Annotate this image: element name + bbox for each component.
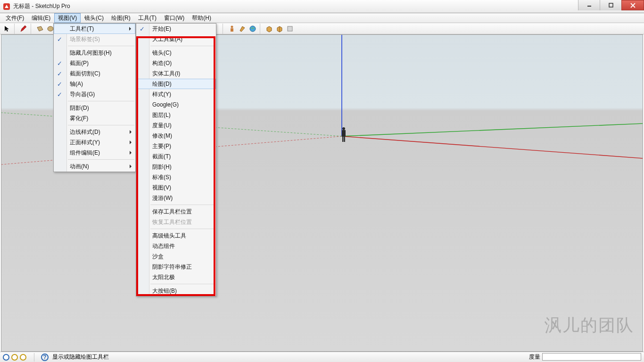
pencil-tool-icon[interactable] bbox=[18, 24, 29, 34]
menu-tools[interactable]: 工具(T) bbox=[134, 13, 160, 23]
toolbars-menu-item[interactable]: 视图(V) bbox=[136, 182, 216, 193]
status-text: 显示或隐藏绘图工具栏 bbox=[52, 353, 109, 361]
dropdown-item-label: 阴影(H) bbox=[152, 163, 172, 171]
view-menu-item[interactable]: 边线样式(D) bbox=[54, 127, 135, 137]
submenu-arrow-icon bbox=[130, 140, 132, 144]
menu-window[interactable]: 窗口(W) bbox=[160, 13, 188, 23]
svg-rect-12 bbox=[342, 137, 344, 142]
toolbar-separator bbox=[14, 24, 17, 34]
status-circle-icon[interactable] bbox=[20, 354, 26, 361]
view-menu-item[interactable]: 隐藏几何图形(H) bbox=[54, 48, 135, 58]
title-bar: 无标题 - SketchUp Pro bbox=[0, 0, 644, 13]
dropdown-item-label: 动画(N) bbox=[70, 163, 89, 171]
toolbar-separator bbox=[223, 24, 225, 34]
svg-rect-11 bbox=[342, 130, 346, 137]
menu-label: 镜头(C) bbox=[84, 14, 104, 22]
view-menu-item[interactable]: 正面样式(Y) bbox=[54, 137, 135, 148]
box1-tool-icon[interactable] bbox=[264, 24, 274, 34]
rectangle-tool-icon[interactable] bbox=[35, 24, 45, 34]
view-menu-item[interactable]: 组件编辑(E) bbox=[54, 148, 135, 158]
svg-rect-13 bbox=[344, 137, 346, 142]
toolbars-menu-item[interactable]: 太阳北极 bbox=[136, 272, 216, 282]
menu-edit[interactable]: 编辑(E) bbox=[28, 13, 54, 23]
dropdown-item-label: 雾化(F) bbox=[70, 115, 88, 123]
menu-label: 视图(V) bbox=[58, 14, 77, 22]
axis-green bbox=[342, 123, 643, 136]
dropdown-item-label: 场景标签(S) bbox=[70, 35, 100, 43]
dropdown-item-label: 修改(M) bbox=[152, 132, 172, 140]
box2-tool-icon[interactable] bbox=[274, 24, 285, 34]
dropdown-item-label: 度量(U) bbox=[152, 122, 172, 130]
menu-camera[interactable]: 镜头(C) bbox=[81, 13, 107, 23]
submenu-arrow-icon bbox=[130, 130, 132, 134]
close-button[interactable] bbox=[621, 0, 644, 10]
toolbars-menu-item[interactable]: ✓开始(E) bbox=[136, 24, 216, 34]
view-menu-item[interactable]: ✓导向器(G) bbox=[54, 89, 135, 99]
scale-figure-icon bbox=[340, 127, 347, 144]
toolbars-menu-item[interactable]: 沙盒 bbox=[136, 251, 216, 262]
view-menu-item[interactable]: 阴影(D) bbox=[54, 103, 135, 113]
toolbars-menu-item[interactable]: 图层(L) bbox=[136, 110, 216, 120]
toolbars-menu-item[interactable]: 镜头(C) bbox=[136, 48, 216, 58]
menu-file[interactable]: 文件(F) bbox=[2, 13, 28, 23]
toolbars-dropdown: ✓开始(E)大工具集(A)镜头(C)构造(O)实体工具(I)绘图(D)样式(Y)… bbox=[136, 23, 216, 296]
toolbars-menu-item[interactable]: 截面(T) bbox=[136, 151, 216, 162]
menu-help[interactable]: 帮助(H) bbox=[188, 13, 215, 23]
select-tool-icon[interactable] bbox=[2, 24, 12, 34]
view-menu-item[interactable]: ✓截面切割(C) bbox=[54, 68, 135, 79]
view-menu-item[interactable]: ✓截面(P) bbox=[54, 58, 135, 68]
status-bar: ? 显示或隐藏绘图工具栏 度量 bbox=[0, 352, 644, 362]
toolbars-menu-item[interactable]: 大工具集(A) bbox=[136, 34, 216, 44]
dropdown-item-label: 截面切割(C) bbox=[70, 70, 100, 78]
menu-view[interactable]: 视图(V) bbox=[54, 13, 81, 23]
dropdown-item-label: 标准(S) bbox=[152, 173, 171, 181]
toolbars-menu-item[interactable]: 大按钮(B) bbox=[136, 286, 216, 296]
submenu-arrow-icon bbox=[130, 151, 132, 155]
toolbars-menu-item[interactable]: 阴影(H) bbox=[136, 162, 216, 172]
toolbars-menu-item[interactable]: 主要(P) bbox=[136, 141, 216, 151]
toolbars-menu-item[interactable]: 实体工具(I) bbox=[136, 68, 216, 79]
dropdown-item-label: 图层(L) bbox=[152, 111, 171, 119]
menu-draw[interactable]: 绘图(R) bbox=[107, 13, 134, 23]
toolbars-menu-item[interactable]: 高级镜头工具 bbox=[136, 230, 216, 241]
submenu-arrow-icon bbox=[129, 27, 131, 31]
toolbars-menu-item[interactable]: 阴影字符串修正 bbox=[136, 262, 216, 272]
paint-tool-icon[interactable] bbox=[237, 24, 248, 34]
view-menu-item[interactable]: 动画(N) bbox=[54, 161, 135, 172]
toolbars-menu-item[interactable]: 保存工具栏位置 bbox=[136, 206, 216, 217]
toolbars-menu-item[interactable]: 标准(S) bbox=[136, 172, 216, 182]
dropdown-item-label: 工具栏(T) bbox=[70, 25, 94, 33]
minimize-button[interactable] bbox=[578, 0, 600, 10]
toolbars-menu-item[interactable]: 构造(O) bbox=[136, 58, 216, 68]
help-icon[interactable]: ? bbox=[41, 354, 49, 361]
dropdown-item-label: Google(G) bbox=[152, 101, 179, 108]
dropdown-item-label: 高级镜头工具 bbox=[152, 232, 186, 240]
dropdown-item-label: 截面(P) bbox=[70, 59, 89, 67]
view-menu-item[interactable]: 工具栏(T) bbox=[54, 24, 135, 34]
toolbars-menu-item[interactable]: 漫游(W) bbox=[136, 193, 216, 203]
dropdown-separator bbox=[68, 125, 134, 125]
dropdown-separator bbox=[68, 101, 134, 101]
view-menu-item[interactable]: ✓轴(A) bbox=[54, 79, 135, 89]
dropdown-item-label: 沙盒 bbox=[152, 253, 164, 261]
check-icon: ✓ bbox=[57, 60, 62, 67]
box3-tool-icon[interactable] bbox=[285, 24, 295, 34]
dimensions-input[interactable] bbox=[542, 353, 641, 361]
toolbars-menu-item[interactable]: 度量(U) bbox=[136, 120, 216, 131]
view-menu-item[interactable]: 雾化(F) bbox=[54, 113, 135, 123]
toolbars-menu-item[interactable]: Google(G) bbox=[136, 99, 216, 110]
dropdown-item-label: 视图(V) bbox=[152, 184, 171, 192]
toolbars-menu-item[interactable]: 样式(Y) bbox=[136, 89, 216, 99]
toolbars-menu-item[interactable]: 动态组件 bbox=[136, 241, 216, 251]
person-tool-icon[interactable] bbox=[227, 24, 237, 34]
status-circle-icon[interactable] bbox=[3, 354, 9, 361]
globe-tool-icon[interactable] bbox=[248, 24, 258, 34]
dropdown-item-label: 动态组件 bbox=[152, 242, 175, 250]
toolbars-menu-item[interactable]: 绘图(D) bbox=[136, 79, 216, 89]
dropdown-separator bbox=[150, 46, 215, 46]
toolbar-separator bbox=[31, 24, 33, 34]
status-circle-icon[interactable] bbox=[11, 354, 18, 361]
maximize-button[interactable] bbox=[600, 0, 621, 10]
dropdown-item-label: 保存工具栏位置 bbox=[152, 208, 192, 216]
toolbars-menu-item[interactable]: 修改(M) bbox=[136, 131, 216, 141]
